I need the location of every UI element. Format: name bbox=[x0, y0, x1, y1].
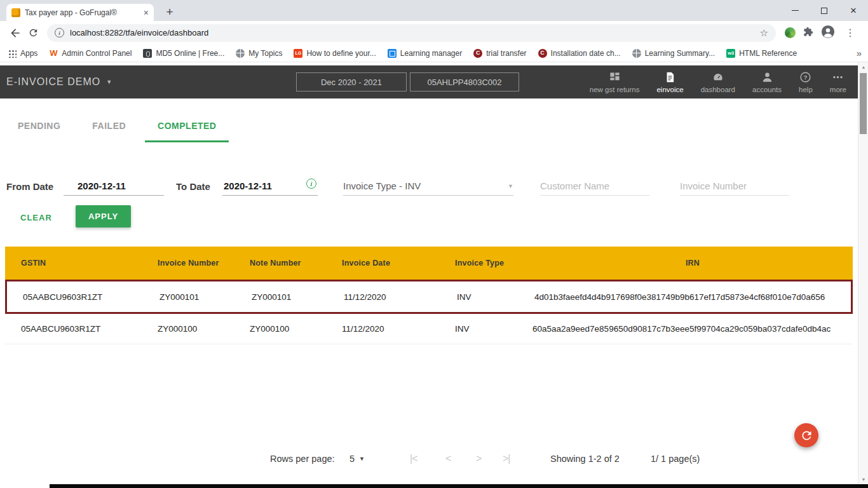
from-date-label: From Date bbox=[6, 181, 53, 192]
from-date-input[interactable] bbox=[64, 177, 164, 196]
bookmark-favicon: C bbox=[473, 49, 482, 58]
maximize-icon bbox=[821, 8, 827, 14]
period-box[interactable]: Dec 2020 - 2021 bbox=[296, 72, 407, 92]
browser-tab-strip: Tax payer app - GoFrugal® × + × bbox=[0, 0, 868, 21]
bookmark-favicon bbox=[388, 49, 397, 58]
invoice-number-input[interactable] bbox=[680, 177, 789, 196]
extensions-puzzle-icon[interactable] bbox=[803, 27, 813, 39]
pagination-bar: Rows per page: 5 ▼ |< < > >| Showing 1-2… bbox=[0, 444, 858, 474]
bookmark-favicon: LG bbox=[294, 49, 302, 58]
bottom-strip bbox=[0, 484, 868, 488]
table-header: GSTIN Invoice Number Note Number Invoice… bbox=[5, 247, 853, 280]
more-icon bbox=[832, 71, 844, 83]
nav-item-einvoice[interactable]: einvoice bbox=[656, 71, 683, 93]
reload-button[interactable] bbox=[24, 24, 42, 42]
caret-down-icon: ▼ bbox=[508, 183, 513, 189]
date-info-icon[interactable]: i bbox=[306, 179, 316, 189]
invoice-type-select[interactable]: Invoice Type - INV ▼ bbox=[343, 177, 513, 196]
bookmark-item[interactable]: W Admin Control Panel bbox=[49, 49, 132, 58]
caret-down-icon: ▼ bbox=[106, 79, 112, 85]
tab-title: Tax payer app - GoFrugal® bbox=[25, 8, 139, 17]
nav-item-new-gst-returns[interactable]: new gst returns bbox=[590, 71, 640, 93]
bookmark-item[interactable]: C trial transfer bbox=[473, 49, 526, 58]
bookmark-favicon: C bbox=[538, 49, 547, 58]
apply-button[interactable]: APPLY bbox=[76, 205, 131, 227]
lock-favicon bbox=[143, 49, 152, 58]
scroll-up-icon[interactable]: ▲ bbox=[858, 62, 868, 72]
window-controls: × bbox=[780, 0, 868, 21]
refresh-icon bbox=[800, 429, 813, 442]
tab-completed[interactable]: COMPLETED bbox=[145, 121, 229, 142]
profile-avatar[interactable] bbox=[821, 25, 835, 41]
new-tab-button[interactable]: + bbox=[161, 4, 178, 20]
rows-per-page-label: Rows per page: bbox=[270, 454, 335, 464]
header-nav: new gst returns einvoice dashboard accou… bbox=[590, 65, 846, 98]
col-note-number: Note Number bbox=[250, 259, 342, 268]
prev-page-button[interactable]: < bbox=[445, 453, 451, 464]
bookmark-item[interactable]: C Installation date ch... bbox=[538, 49, 621, 58]
refresh-fab[interactable] bbox=[794, 423, 818, 447]
col-irn: IRN bbox=[532, 259, 853, 268]
scroll-thumb[interactable] bbox=[860, 73, 867, 134]
table-row[interactable]: 05AABCU9603R1ZT ZY000100 ZY000100 11/12/… bbox=[5, 314, 853, 344]
nav-item-accounts[interactable]: accounts bbox=[752, 71, 782, 93]
col-invoice-date: Invoice Date bbox=[342, 259, 455, 268]
globe-favicon bbox=[632, 49, 641, 58]
last-page-button[interactable]: >| bbox=[503, 453, 510, 464]
apps-grid-icon bbox=[8, 49, 17, 58]
status-tabs: PENDING FAILED COMPLETED bbox=[5, 121, 229, 142]
bookmark-item[interactable]: Learning Summary... bbox=[632, 49, 715, 58]
url-text: localhost:8282/tfa/einvoice/dashboard bbox=[70, 28, 754, 37]
minimize-button[interactable] bbox=[780, 0, 810, 21]
gauge-icon bbox=[712, 71, 724, 83]
bookmarks-overflow-icon[interactable]: » bbox=[857, 48, 862, 58]
svg-text:?: ? bbox=[804, 73, 808, 80]
maximize-button[interactable] bbox=[810, 0, 839, 21]
gofrugal-favicon bbox=[11, 8, 20, 17]
bookmark-item[interactable]: MD5 Online | Free... bbox=[143, 49, 224, 58]
back-button[interactable] bbox=[6, 24, 24, 42]
browser-menu-icon[interactable]: ⋮ bbox=[841, 27, 859, 39]
close-icon: × bbox=[850, 5, 857, 16]
col-invoice-type: Invoice Type bbox=[455, 259, 532, 268]
table-row-selected[interactable]: 05AABCU9603R1ZT ZY000101 ZY000101 11/12/… bbox=[5, 280, 853, 314]
close-button[interactable]: × bbox=[839, 0, 868, 21]
col-invoice-number: Invoice Number bbox=[158, 259, 250, 268]
browser-tab[interactable]: Tax payer app - GoFrugal® × bbox=[6, 4, 154, 21]
bookmark-star-icon[interactable]: ☆ bbox=[760, 27, 768, 39]
grid-icon bbox=[609, 71, 621, 83]
first-page-button[interactable]: |< bbox=[410, 453, 417, 464]
to-date-input[interactable] bbox=[222, 177, 318, 196]
browser-navbar: i localhost:8282/tfa/einvoice/dashboard … bbox=[0, 21, 868, 44]
bookmark-item[interactable]: w3 HTML Reference bbox=[726, 49, 797, 58]
bottom-strip-notch bbox=[0, 484, 50, 488]
next-page-button[interactable]: > bbox=[476, 453, 481, 464]
bookmark-item[interactable]: Learning manager bbox=[388, 49, 462, 58]
help-icon: ? bbox=[799, 71, 811, 83]
minimize-icon bbox=[792, 10, 799, 11]
clear-button[interactable]: CLEAR bbox=[20, 213, 52, 222]
vertical-scrollbar[interactable]: ▲ ▼ bbox=[858, 62, 868, 484]
gstin-box[interactable]: 05AHLPP4803C002 bbox=[410, 72, 519, 92]
nav-item-more[interactable]: more bbox=[830, 71, 846, 93]
bookmark-item[interactable]: LG How to define your... bbox=[294, 49, 376, 58]
nav-item-dashboard[interactable]: dashboard bbox=[701, 71, 735, 93]
address-bar[interactable]: i localhost:8282/tfa/einvoice/dashboard … bbox=[47, 24, 776, 42]
bookmark-item-apps[interactable]: Apps bbox=[8, 49, 37, 58]
extension-icon[interactable] bbox=[785, 27, 796, 38]
tab-pending[interactable]: PENDING bbox=[5, 121, 73, 142]
showing-text: Showing 1-2 of 2 bbox=[550, 454, 620, 464]
scroll-down-icon[interactable]: ▼ bbox=[858, 475, 868, 484]
customer-name-input[interactable] bbox=[540, 177, 649, 196]
bookmarks-bar: Apps W Admin Control Panel MD5 Online | … bbox=[0, 44, 868, 62]
reload-icon bbox=[28, 27, 39, 38]
rows-per-page-select[interactable]: 5 ▼ bbox=[349, 454, 365, 464]
document-icon bbox=[665, 71, 675, 83]
page-info-icon[interactable]: i bbox=[55, 28, 64, 37]
app-title-dropdown[interactable]: E-INVOICE DEMO ▼ bbox=[6, 65, 112, 98]
einvoice-page: E-INVOICE DEMO ▼ Dec 2020 - 2021 05AHLPP… bbox=[0, 62, 858, 484]
nav-item-help[interactable]: ? help bbox=[799, 71, 813, 93]
tab-failed[interactable]: FAILED bbox=[79, 121, 139, 142]
tab-close-icon[interactable]: × bbox=[144, 8, 149, 17]
bookmark-item[interactable]: My Topics bbox=[236, 49, 282, 58]
